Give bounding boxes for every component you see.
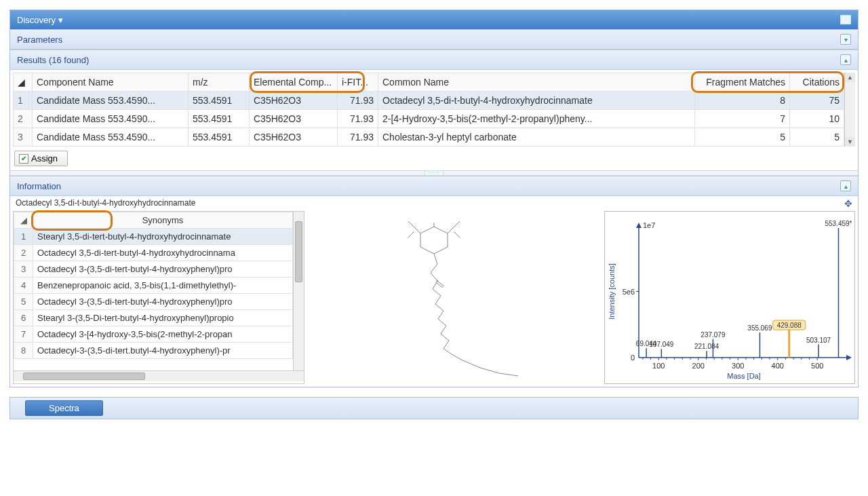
synonym-text: Stearyl 3-(3,5-Di-tert-butyl-4-hydroxyph… xyxy=(33,310,293,326)
splitter-handle[interactable] xyxy=(10,170,858,176)
cell-ifit: 71.93 xyxy=(338,110,378,128)
collapse-icon[interactable]: ▾ xyxy=(840,34,851,45)
table-row[interactable]: 1Candidate Mass 553.4590...553.4591C35H6… xyxy=(14,92,844,110)
list-item[interactable]: 1Stearyl 3,5-di-tert-butyl-4-hydroxyhydr… xyxy=(14,229,293,245)
col-synonyms[interactable]: Synonyms xyxy=(33,212,293,229)
svg-line-13 xyxy=(436,282,443,288)
information-subheader: Octadecyl 3,5-di-t-butyl-4-hydroxyhydroc… xyxy=(10,196,858,211)
row-number: 8 xyxy=(14,343,33,359)
svg-text:Mass [Da]: Mass [Da] xyxy=(727,372,761,380)
svg-text:429.088: 429.088 xyxy=(777,322,802,329)
cell-cit: 75 xyxy=(790,92,844,110)
synonym-text: Octadecyl-3-(3,5-di-tert.butyl-4-hydroxy… xyxy=(33,343,293,359)
menubar: Discovery ▾ xyxy=(10,10,858,29)
svg-text:5e6: 5e6 xyxy=(623,288,635,296)
synonym-text: Octadecyl 3-(3,5-di-tert-butyl-4-hydroxy… xyxy=(33,261,293,278)
collapse-icon[interactable]: ▴ xyxy=(840,180,851,191)
structure-pane xyxy=(311,211,597,384)
svg-text:400: 400 xyxy=(772,362,784,370)
cell-frag: 5 xyxy=(695,128,790,147)
move-icon[interactable]: ✥ xyxy=(844,198,852,209)
svg-text:200: 200 xyxy=(692,362,705,370)
row-number: 1 xyxy=(14,92,33,110)
cell-component: Candidate Mass 553.4590... xyxy=(33,110,189,128)
svg-text:300: 300 xyxy=(732,362,744,370)
synonym-text: Octadecyl 3,5-di-tert-butyl-4-hydroxyhyd… xyxy=(33,245,293,261)
menu-label: Discovery xyxy=(17,15,56,25)
list-item[interactable]: 7Octadecyl 3-[4-hydroxy-3,5-bis(2-methyl… xyxy=(14,326,293,343)
scroll-up-icon[interactable]: ▲ xyxy=(845,73,855,82)
scrollbar-thumb[interactable] xyxy=(23,373,145,380)
checkmark-icon: ✔ xyxy=(19,154,28,164)
cell-ifit: 71.93 xyxy=(338,128,378,147)
col-common-name[interactable]: Common Name xyxy=(378,73,695,92)
cell-cit: 5 xyxy=(790,128,844,147)
cell-component: Candidate Mass 553.4590... xyxy=(33,92,189,110)
cell-elemental: C35H62O3 xyxy=(250,128,338,147)
col-citations[interactable]: Citations xyxy=(790,73,844,92)
col-ifit[interactable]: i-FIT... xyxy=(338,73,378,92)
scrollbar-thumb[interactable] xyxy=(295,221,302,282)
svg-text:503.107: 503.107 xyxy=(806,337,831,344)
col-fragment-matches[interactable]: Fragment Matches xyxy=(695,73,790,92)
selected-compound-name: Octadecyl 3,5-di-t-butyl-4-hydroxyhydroc… xyxy=(16,198,195,209)
col-rownum[interactable]: ◢ xyxy=(14,73,33,92)
menu-discovery[interactable]: Discovery ▾ xyxy=(17,15,63,25)
svg-text:Intensity [counts]: Intensity [counts] xyxy=(608,263,616,320)
row-number: 3 xyxy=(14,261,33,278)
col-mz[interactable]: m/z xyxy=(189,73,250,92)
results-table: ◢ Component Name m/z Elemental Comp... i… xyxy=(13,73,844,147)
synonym-text: Octadecyl 3-[4-hydroxy-3,5-bis(2-methyl-… xyxy=(33,326,293,343)
panel-title: Parameters xyxy=(17,35,62,45)
col-elemental[interactable]: Elemental Comp... xyxy=(250,73,338,92)
spectrum-pane: 1e75e6010020030040050069.044107.049221.0… xyxy=(604,211,855,384)
results-scrollbar[interactable]: ▲ ▼ xyxy=(844,73,855,147)
row-number: 5 xyxy=(14,294,33,310)
collapse-icon[interactable]: ▴ xyxy=(840,54,851,65)
svg-line-9 xyxy=(431,264,437,273)
main-window: Discovery ▾ Parameters ▾ Results (16 fou… xyxy=(9,9,859,387)
synonyms-table: ◢ Synonyms 1Stearyl 3,5-di-tert-butyl-4-… xyxy=(14,212,293,359)
synonyms-hscroll[interactable] xyxy=(14,370,304,381)
row-number: 1 xyxy=(14,229,33,245)
tab-spectra[interactable]: Spectra xyxy=(25,400,103,416)
svg-text:1e7: 1e7 xyxy=(643,221,655,229)
cell-component: Candidate Mass 553.4590... xyxy=(33,128,189,147)
panel-title: Information xyxy=(17,181,61,191)
col-component-name[interactable]: Component Name xyxy=(33,73,189,92)
list-item[interactable]: 8Octadecyl-3-(3,5-di-tert.butyl-4-hydrox… xyxy=(14,343,293,359)
window-maximize-icon[interactable] xyxy=(840,15,851,24)
information-body: ◢ Synonyms 1Stearyl 3,5-di-tert-butyl-4-… xyxy=(10,211,858,387)
cell-frag: 7 xyxy=(695,110,790,128)
svg-line-6 xyxy=(454,232,460,237)
list-item[interactable]: 2Octadecyl 3,5-di-tert-butyl-4-hydroxyhy… xyxy=(14,245,293,261)
panel-results-header[interactable]: Results (16 found) ▴ xyxy=(10,50,858,70)
cell-frag: 8 xyxy=(695,92,790,110)
assign-button[interactable]: ✔ Assign xyxy=(14,151,68,166)
spectrum-chart[interactable]: 1e75e6010020030040050069.044107.049221.0… xyxy=(605,212,856,381)
svg-line-2 xyxy=(408,221,414,227)
cell-mz: 553.4591 xyxy=(189,110,250,128)
row-number: 6 xyxy=(14,310,33,326)
chevron-down-icon: ▾ xyxy=(58,15,63,25)
button-label: Assign xyxy=(31,153,58,164)
panel-parameters-header[interactable]: Parameters ▾ xyxy=(10,29,858,50)
table-row[interactable]: 2Candidate Mass 553.4590...553.4591C35H6… xyxy=(14,110,844,128)
scroll-down-icon[interactable]: ▼ xyxy=(845,137,855,147)
svg-text:355.069: 355.069 xyxy=(747,324,772,332)
svg-line-5 xyxy=(454,221,460,227)
synonyms-vscroll[interactable] xyxy=(293,212,304,370)
panel-information-header[interactable]: Information ▴ xyxy=(10,176,858,196)
list-item[interactable]: 5Octadecyl 3-(3,5-di-tert-butyl-4-hydrox… xyxy=(14,294,293,310)
list-item[interactable]: 6Stearyl 3-(3,5-Di-tert-butyl-4-hydroxyp… xyxy=(14,310,293,326)
list-item[interactable]: 3Octadecyl 3-(3,5-di-tert-butyl-4-hydrox… xyxy=(14,261,293,278)
list-item[interactable]: 4Benzenepropanoic acid, 3,5-bis(1,1-dime… xyxy=(14,278,293,294)
svg-text:500: 500 xyxy=(811,362,823,370)
synonym-text: Octadecyl 3-(3,5-di-tert-butyl-4-hydroxy… xyxy=(33,294,293,310)
row-number: 2 xyxy=(14,245,33,261)
col-rownum[interactable]: ◢ xyxy=(14,212,33,229)
table-row[interactable]: 3Candidate Mass 553.4590...553.4591C35H6… xyxy=(14,128,844,147)
svg-text:237.079: 237.079 xyxy=(701,331,726,339)
row-number: 4 xyxy=(14,278,33,294)
svg-marker-0 xyxy=(420,227,448,254)
